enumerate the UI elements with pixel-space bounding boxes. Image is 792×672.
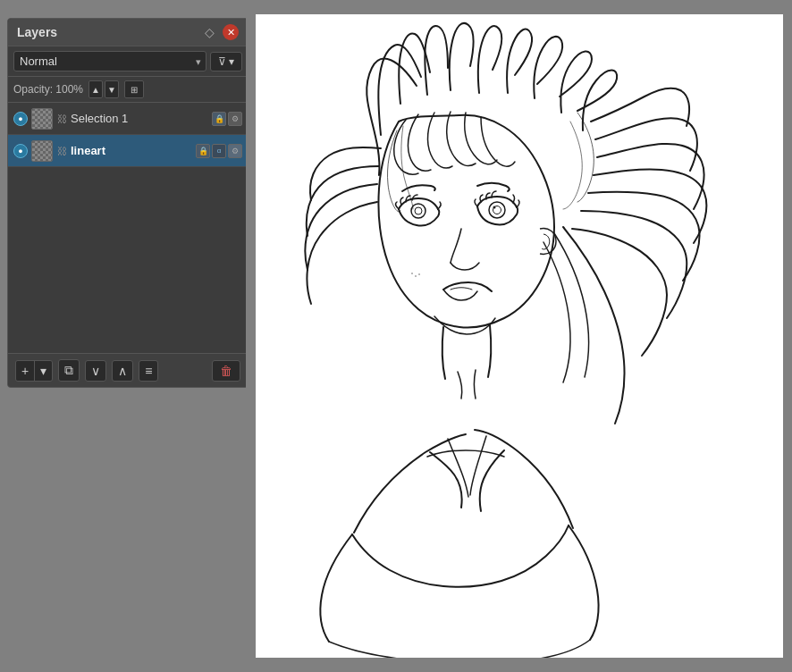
layer-lock-icon-selection1[interactable]: 🔒 bbox=[212, 112, 226, 126]
layers-empty-area bbox=[8, 167, 248, 353]
chevron-down-icon: ∨ bbox=[91, 364, 100, 378]
layer-settings-icon-lineart[interactable]: ⚙ bbox=[228, 144, 242, 158]
layer-visibility-toggle-lineart[interactable]: ● bbox=[13, 144, 28, 158]
move-layer-up-button[interactable]: ∧ bbox=[112, 360, 133, 382]
layers-panel: Layers ◇ ✕ NormalMultiplyScreenOverlayDa… bbox=[7, 18, 249, 388]
filter-arrow-icon: ▾ bbox=[229, 55, 234, 68]
filter-button[interactable]: ⊽ ▾ bbox=[210, 52, 242, 71]
trash-icon: 🗑 bbox=[220, 364, 232, 378]
layer-gear-icon-selection1[interactable]: ⚙ bbox=[228, 112, 242, 126]
layer-name-selection1: Selection 1 bbox=[71, 112, 208, 125]
panel-header: Layers ◇ ✕ bbox=[8, 19, 248, 46]
add-layer-button[interactable]: + bbox=[16, 361, 35, 381]
layer-item-selection1[interactable]: ● ⛓ Selection 1 🔒 ⚙ bbox=[8, 103, 248, 135]
close-button[interactable]: ✕ bbox=[223, 24, 239, 40]
add-layer-dropdown[interactable]: ▾ bbox=[35, 361, 52, 381]
svg-point-4 bbox=[493, 206, 495, 209]
layers-list: ● ⛓ Selection 1 🔒 ⚙ ● ⛓ lineart 🔒 α ⚙ bbox=[8, 103, 248, 353]
opacity-controls: ▲ ▼ bbox=[88, 80, 119, 98]
blend-mode-select[interactable]: NormalMultiplyScreenOverlayDarkenLighten… bbox=[13, 51, 206, 71]
opacity-up-button[interactable]: ▼ bbox=[105, 80, 119, 98]
opacity-row: Opacity: 100% ▲ ▼ ⊞ bbox=[8, 77, 248, 103]
drawing-canvas bbox=[256, 14, 783, 658]
chevron-up-icon: ∧ bbox=[118, 364, 127, 378]
opacity-grid-button[interactable]: ⊞ bbox=[124, 80, 144, 98]
add-icon: + bbox=[21, 364, 29, 378]
blend-mode-wrapper: NormalMultiplyScreenOverlayDarkenLighten… bbox=[13, 51, 206, 71]
canvas-area bbox=[246, 0, 792, 672]
filter-icon: ⊽ bbox=[218, 55, 226, 68]
copy-layer-button[interactable]: ⧉ bbox=[58, 359, 80, 382]
copy-icon: ⧉ bbox=[64, 363, 73, 378]
layer-thumbnail-selection1 bbox=[31, 108, 53, 130]
svg-point-1 bbox=[415, 207, 422, 214]
layer-chain-icon-selection1: ⛓ bbox=[56, 112, 67, 126]
layer-chain-icon-lineart: ⛓ bbox=[56, 144, 67, 158]
svg-point-6 bbox=[415, 275, 417, 277]
svg-point-5 bbox=[411, 273, 413, 274]
opacity-label: Opacity: 100% bbox=[13, 83, 83, 96]
layer-visibility-toggle-selection1[interactable]: ● bbox=[13, 112, 28, 126]
panel-header-icons: ◇ ✕ bbox=[205, 24, 239, 40]
canvas-content bbox=[256, 14, 783, 658]
layer-lock-icon-lineart[interactable]: 🔒 bbox=[196, 144, 210, 158]
panel-footer: + ▾ ⧉ ∨ ∧ ≡ 🗑 bbox=[8, 353, 248, 387]
panel-title: Layers bbox=[17, 25, 57, 39]
layer-alpha-icon-lineart[interactable]: α bbox=[212, 144, 226, 158]
svg-point-7 bbox=[418, 273, 420, 275]
merge-icon: ≡ bbox=[145, 364, 152, 378]
layer-icons-lineart: 🔒 α ⚙ bbox=[196, 144, 242, 158]
blend-mode-row: NormalMultiplyScreenOverlayDarkenLighten… bbox=[8, 46, 248, 77]
diamond-icon: ◇ bbox=[205, 26, 217, 38]
add-layer-group: + ▾ bbox=[15, 360, 53, 382]
svg-point-2 bbox=[489, 202, 505, 218]
layer-thumbnail-lineart bbox=[31, 140, 53, 162]
delete-layer-button[interactable]: 🗑 bbox=[212, 360, 240, 382]
layer-name-lineart: lineart bbox=[71, 144, 192, 157]
layer-item-lineart[interactable]: ● ⛓ lineart 🔒 α ⚙ bbox=[8, 135, 248, 167]
merge-layers-button[interactable]: ≡ bbox=[139, 360, 158, 382]
move-layer-down-button[interactable]: ∨ bbox=[85, 360, 106, 382]
layer-icons-selection1: 🔒 ⚙ bbox=[212, 112, 242, 126]
svg-point-0 bbox=[411, 204, 425, 218]
opacity-down-button[interactable]: ▲ bbox=[88, 80, 103, 98]
